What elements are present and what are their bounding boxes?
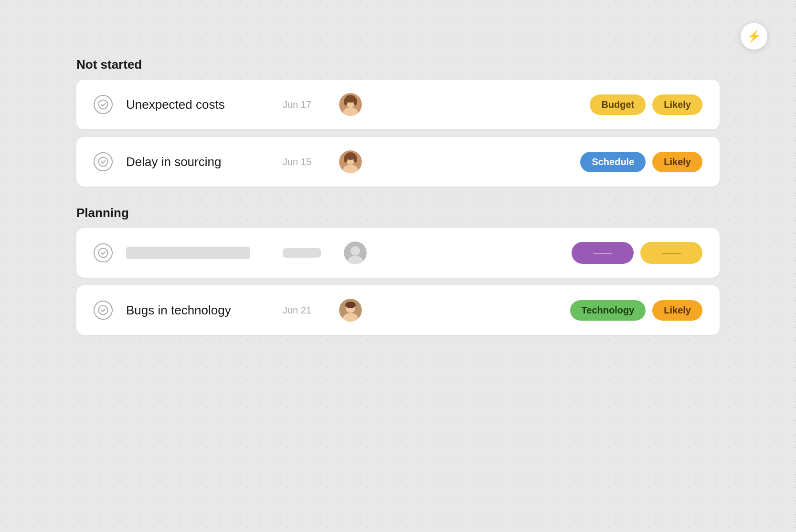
avatar — [339, 93, 362, 116]
tag-purple-loading — [572, 242, 634, 264]
task-card-loading-item[interactable] — [76, 228, 720, 278]
task-name-loading — [126, 247, 250, 259]
svg-point-14 — [99, 249, 108, 258]
avatar — [339, 299, 362, 322]
check-icon[interactable] — [94, 301, 113, 320]
check-icon[interactable] — [94, 152, 113, 171]
tag-yellow-loading — [640, 242, 702, 264]
section-not-started: Not started Unexpected costsJun 17 Budge… — [76, 57, 720, 187]
svg-point-18 — [99, 306, 108, 315]
tag-likely-orange[interactable]: Likely — [652, 152, 702, 172]
task-date-loading — [283, 248, 321, 258]
svg-point-5 — [344, 98, 348, 105]
task-date: Jun 21 — [283, 305, 326, 316]
svg-point-22 — [345, 302, 356, 308]
task-name: Bugs in technology — [126, 303, 260, 318]
section-planning: Planning Bugs in technologyJun 21 Techno… — [76, 206, 720, 335]
svg-point-7 — [99, 157, 108, 167]
tag-budget[interactable]: Budget — [590, 94, 646, 115]
tag-schedule[interactable]: Schedule — [580, 152, 646, 172]
tags-loading — [572, 242, 702, 264]
tag-likely-yellow[interactable]: Likely — [652, 94, 702, 115]
task-tags: TechnologyLikely — [570, 300, 702, 321]
check-icon[interactable] — [94, 243, 113, 262]
tag-technology[interactable]: Technology — [570, 300, 646, 321]
section-title-not-started: Not started — [76, 57, 720, 72]
avatar-loading — [344, 241, 367, 264]
task-tags: BudgetLikely — [590, 94, 702, 115]
task-date: Jun 17 — [283, 99, 326, 110]
svg-point-0 — [99, 100, 108, 109]
tag-likely-orange[interactable]: Likely — [652, 300, 702, 321]
svg-point-6 — [353, 98, 357, 105]
section-title-planning: Planning — [76, 206, 720, 220]
task-name: Delay in sourcing — [126, 155, 260, 169]
svg-point-16 — [350, 246, 360, 256]
lightning-icon: ⚡ — [747, 30, 761, 43]
task-card-unexpected-costs[interactable]: Unexpected costsJun 17 BudgetLikely — [76, 80, 720, 129]
task-name: Unexpected costs — [126, 97, 260, 112]
task-card-bugs-in-technology[interactable]: Bugs in technologyJun 21 TechnologyLikel… — [76, 285, 720, 335]
task-date: Jun 15 — [283, 156, 326, 167]
svg-point-12 — [344, 155, 348, 163]
task-card-delay-in-sourcing[interactable]: Delay in sourcingJun 15 ScheduleLikely — [76, 137, 720, 187]
avatar — [339, 150, 362, 173]
task-tags: ScheduleLikely — [580, 152, 702, 172]
lightning-button[interactable]: ⚡ — [741, 23, 767, 50]
app-container: Not started Unexpected costsJun 17 Budge… — [76, 57, 720, 335]
svg-point-13 — [353, 155, 357, 163]
check-icon[interactable] — [94, 95, 113, 114]
